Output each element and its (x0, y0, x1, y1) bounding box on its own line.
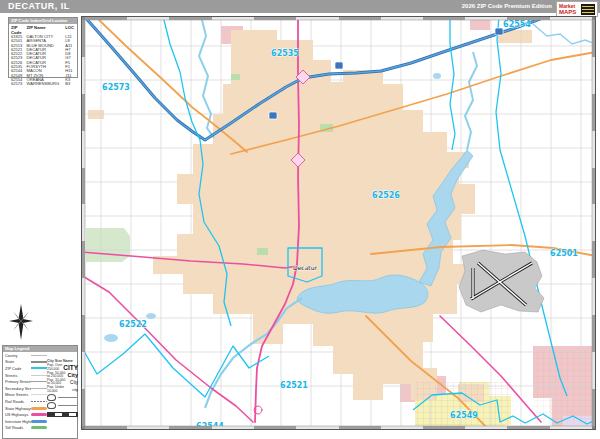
city-label-decatur: Decatur (293, 264, 317, 271)
zip-label-62526: 62526 (372, 191, 400, 200)
zip-line-swatch (31, 367, 47, 369)
legend-label: ZIP Code (5, 366, 31, 371)
legend-panel: Map Legend County State ZIP Code Streets… (2, 345, 78, 439)
pond (146, 313, 156, 319)
title-bar: DECATUR, IL 2026 ZIP Code Premium Editio… (0, 0, 600, 13)
page-title: DECATUR, IL (8, 1, 70, 11)
zip-index-panel: ZIP Code Index/Grid Locator ZIP Code ZIP… (8, 17, 78, 78)
primary-streets-swatch (31, 381, 47, 383)
zip-label-62573: 62573 (102, 83, 130, 92)
pop-label: Pop. Under 10,000 (47, 386, 67, 393)
highway-shield-sample (47, 394, 78, 402)
pond (104, 334, 118, 342)
county-line-swatch (31, 355, 47, 356)
zip-index-header: ZIP Code Index/Grid Locator (9, 18, 77, 24)
legend-item: Interstate Highways (3, 418, 77, 425)
zip-label-62549: 62549 (450, 411, 478, 420)
legend-item: Toll Roads (3, 425, 77, 432)
state-line-swatch (31, 361, 47, 363)
zip-label-62554: 62554 (503, 20, 531, 29)
edition-label: 2026 ZIP Code Premium Edition (462, 3, 552, 9)
shield-line (58, 397, 78, 398)
scale-bar (47, 412, 78, 417)
zip-label-62521: 62521 (280, 381, 308, 390)
brand-logo: Market MAPS (556, 1, 598, 17)
shield-icon (47, 394, 56, 401)
shield-line (58, 405, 78, 406)
railroad-swatch (31, 401, 47, 402)
legend-label: Secondary Streets (5, 386, 31, 391)
highway-shield-sample (47, 402, 78, 410)
logo-badge (581, 4, 595, 15)
city-sample: City (70, 380, 78, 385)
state-highway-swatch (31, 407, 47, 410)
zip-label-62501: 62501 (550, 249, 578, 258)
legend-label: Interstate Highways (5, 419, 31, 424)
legend-label: Rail Roads (5, 399, 31, 404)
legend-label: State (5, 359, 31, 364)
zip-label-62535: 62535 (271, 49, 299, 58)
map-canvas: 62535 62573 62554 62526 62501 62522 6252… (81, 16, 596, 430)
logo-word-maps: MAPS (559, 9, 576, 15)
pond (433, 73, 441, 79)
interstate-shield-icon (495, 28, 503, 35)
minor-streets-swatch (31, 394, 47, 395)
decatur-airport (459, 250, 544, 312)
map-area: 62535 62573 62554 62526 62501 62522 6252… (81, 16, 596, 430)
city-sample: City (68, 372, 78, 378)
shield-icon (47, 402, 56, 409)
legend-label: Minor Streets (5, 392, 31, 397)
city-size-row: Pop. Under 10,000city (47, 386, 78, 393)
name-cell: WARRENSBURG (27, 82, 66, 86)
city-sample: CITY (63, 364, 78, 371)
secondary-streets-swatch (31, 388, 47, 389)
legend-item: County (3, 352, 77, 359)
loc-cell: B3 (65, 82, 75, 86)
map-sheet: DECATUR, IL 2026 ZIP Code Premium Editio… (0, 0, 600, 439)
index-row: 62573WARRENSBURGB3 (9, 82, 77, 86)
green-area (86, 228, 130, 262)
zip-label-62522: 62522 (119, 320, 147, 329)
interstate-shield-icon (335, 62, 343, 69)
zip-cell: 62573 (11, 82, 27, 86)
city-sample: city (72, 388, 78, 392)
legend-label: US Highways (5, 412, 31, 417)
streets-swatch (31, 375, 47, 376)
compass-rose (6, 303, 36, 341)
legend-label: Primary Streets (5, 379, 31, 384)
legend-city-sizes: City Size Name Pop. Over 250,000CITY Pop… (47, 359, 78, 417)
legend-label: County (5, 353, 31, 358)
warrensburg-area (88, 110, 104, 119)
interstate-shield-icon (269, 112, 277, 119)
legend-label: Streets (5, 373, 31, 378)
toll-road-swatch (31, 426, 47, 429)
interstate-swatch (31, 420, 47, 423)
legend-label: State Highways (5, 406, 31, 411)
us-highway-swatch (31, 413, 47, 416)
legend-label: Toll Roads (5, 425, 31, 430)
